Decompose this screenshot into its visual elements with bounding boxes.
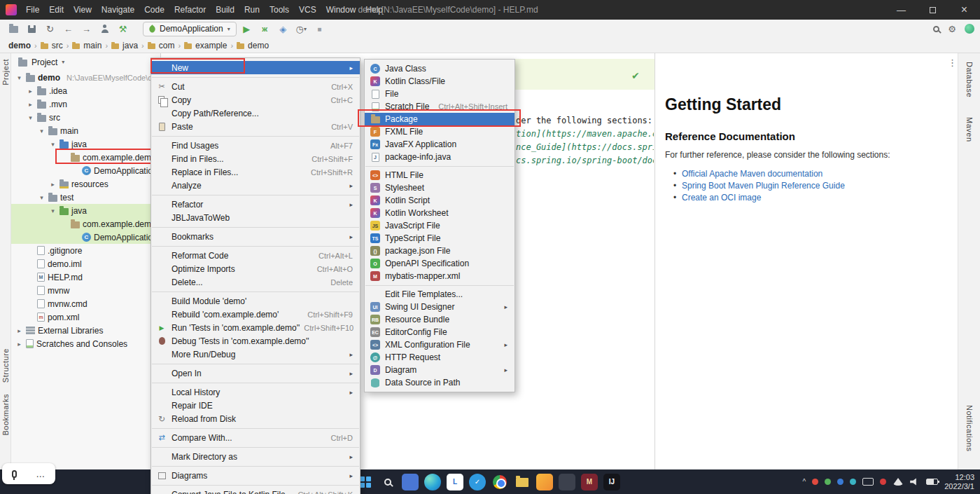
- menu-item-kotlin-script[interactable]: KKotlin Script: [365, 194, 514, 207]
- menu-item-stylesheet[interactable]: SStylesheet: [365, 181, 514, 194]
- chevron-down-icon[interactable]: ▾: [49, 207, 57, 214]
- breadcrumb-item-com[interactable]: com: [159, 41, 175, 50]
- tree-item-main[interactable]: ▾main: [11, 124, 160, 137]
- menu-code[interactable]: Code: [139, 5, 169, 15]
- menu-item-http-request[interactable]: @HTTP Request: [365, 351, 514, 364]
- menu-item-javafx-application[interactable]: FxJavaFX Application: [365, 138, 514, 151]
- tree-item-pom-xml[interactable]: mpom.xml: [11, 310, 160, 324]
- tree-item-com-example-demo[interactable]: com.example.demo: [11, 151, 160, 164]
- tree-item-mvnw[interactable]: mvnw: [11, 284, 160, 297]
- chevron-down-icon[interactable]: ▾: [49, 141, 57, 148]
- tool-stripe-project[interactable]: Project: [1, 59, 10, 85]
- tree-item-idea[interactable]: ▸.idea: [11, 84, 160, 97]
- menu-tools[interactable]: Tools: [265, 5, 294, 15]
- menu-item-package-json-file[interactable]: {}package.json File: [365, 245, 514, 257]
- menu-run[interactable]: Run: [239, 5, 265, 15]
- menu-view[interactable]: View: [69, 5, 97, 15]
- taskbar-edge-icon[interactable]: [424, 474, 441, 490]
- menu-item-mybatis-mapper-xml[interactable]: Mmybatis-mapper.xml: [365, 270, 514, 282]
- menu-item-compare-with[interactable]: ⇄Compare With...Ctrl+D: [151, 431, 360, 444]
- tree-item-resources[interactable]: ▸resources: [11, 177, 160, 191]
- tool-stripe-database[interactable]: Database: [965, 62, 974, 97]
- menu-item-analyze[interactable]: Analyze▸: [151, 179, 360, 192]
- menu-item-new[interactable]: New▸: [151, 61, 360, 74]
- menu-item-html-file[interactable]: <>HTML File: [365, 169, 514, 181]
- forward-icon[interactable]: →: [78, 21, 94, 36]
- taskbar-chrome-icon[interactable]: [491, 474, 508, 490]
- taskbar-capture-icon[interactable]: [559, 474, 575, 490]
- tray-green-icon[interactable]: [825, 479, 831, 485]
- menu-item-edit-file-templates[interactable]: Edit File Templates...: [365, 288, 514, 301]
- menu-item-local-history[interactable]: Local History▸: [151, 385, 360, 399]
- battery-icon[interactable]: [926, 479, 938, 485]
- menu-item-replace-in-files[interactable]: Replace in Files...Ctrl+Shift+R: [151, 165, 360, 179]
- tool-stripe-maven[interactable]: Maven: [965, 117, 974, 142]
- tree-item-java[interactable]: ▾java: [11, 137, 160, 151]
- minimize-button[interactable]: —: [886, 0, 917, 20]
- close-button[interactable]: ×: [948, 0, 980, 20]
- breadcrumb-item-example[interactable]: example: [195, 41, 227, 50]
- menu-item-typescript-file[interactable]: TSTypeScript File: [365, 232, 514, 245]
- chevron-right-icon[interactable]: ▸: [15, 327, 23, 334]
- menu-build[interactable]: Build: [211, 5, 239, 15]
- breadcrumb-item-main[interactable]: main: [83, 41, 102, 50]
- profiler-button[interactable]: ◷▾: [293, 21, 309, 36]
- menu-item-kotlin-worksheet[interactable]: KKotlin Worksheet: [365, 207, 514, 219]
- tray-red-icon[interactable]: [812, 479, 818, 485]
- tree-item-gitignore[interactable]: .gitignore: [11, 244, 160, 257]
- coverage-button[interactable]: ◈: [275, 21, 291, 36]
- menu-item-xml-configuration-file[interactable]: <>XML Configuration File▸: [365, 338, 514, 351]
- menu-item-rebuild-com-example-demo[interactable]: Rebuild 'com.example.demo'Ctrl+Shift+F9: [151, 308, 360, 321]
- chevron-down-icon[interactable]: ▾: [38, 128, 46, 135]
- run-button[interactable]: ▶: [239, 21, 255, 36]
- project-panel-header[interactable]: Project ▾: [11, 53, 160, 71]
- tool-stripe-bookmarks[interactable]: Bookmarks: [1, 394, 10, 436]
- menu-item-package-info-java[interactable]: Jpackage-info.java: [365, 151, 514, 163]
- taskbar-todo-icon[interactable]: ✓: [469, 474, 486, 490]
- code-with-me-icon[interactable]: [965, 24, 974, 34]
- tree-item-demo[interactable]: ▾demoN:\JavaEE\MyselfCode\demo: [11, 71, 160, 84]
- menu-window[interactable]: Window: [321, 5, 361, 15]
- menu-item-fxml-file[interactable]: FFXML File: [365, 125, 514, 138]
- menu-item-package[interactable]: Package: [365, 113, 514, 125]
- menu-item-diagram[interactable]: DDiagram▸: [365, 364, 514, 376]
- menu-item-file[interactable]: File: [365, 88, 514, 100]
- chevron-down-icon[interactable]: ▾: [27, 114, 34, 121]
- taskbar-idea-icon[interactable]: IJ: [603, 474, 620, 490]
- menu-item-refactor[interactable]: Refactor▸: [151, 198, 360, 211]
- menu-item-java-class[interactable]: CJava Class: [365, 62, 514, 75]
- run-configuration-selector[interactable]: DemoApplication ▾: [143, 22, 237, 36]
- open-project-icon[interactable]: [6, 21, 22, 36]
- menu-item-reload-from-disk[interactable]: ↻Reload from Disk: [151, 412, 360, 425]
- menu-item-open-in[interactable]: Open In▸: [151, 366, 360, 380]
- tree-item-src[interactable]: ▾src: [11, 111, 160, 124]
- menu-item-cut[interactable]: ✂CutCtrl+X: [151, 80, 360, 93]
- taskbar-explorer-icon[interactable]: [514, 474, 531, 490]
- menu-item-swing-ui-designer[interactable]: UISwing UI Designer▸: [365, 301, 514, 313]
- breadcrumb-item-java[interactable]: java: [122, 41, 138, 50]
- menu-item-copy-path-reference[interactable]: Copy Path/Reference...: [151, 107, 360, 120]
- menu-item-resource-bundle[interactable]: RBResource Bundle: [365, 313, 514, 326]
- preview-link-spring-boot-maven-plugin-reference-guide[interactable]: Spring Boot Maven Plugin Reference Guide: [673, 180, 845, 192]
- taskbar-search-icon[interactable]: [379, 474, 396, 490]
- preview-link-official-apache-maven-documentation[interactable]: Official Apache Maven documentation: [673, 168, 845, 180]
- tree-item-mvnw-cmd[interactable]: mvnw.cmd: [11, 297, 160, 310]
- build-icon[interactable]: ⚒: [115, 21, 131, 36]
- breadcrumb-item-demo[interactable]: demo: [248, 41, 269, 50]
- menu-item-scratch-file[interactable]: Scratch FileCtrl+Alt+Shift+Insert: [365, 100, 514, 113]
- menu-edit[interactable]: Edit: [44, 5, 69, 15]
- menu-item-kotlin-class-file[interactable]: KKotlin Class/File: [365, 75, 514, 88]
- tool-stripe-notifications[interactable]: Notifications: [965, 405, 974, 451]
- menu-item-editorconfig-file[interactable]: ECEditorConfig File: [365, 326, 514, 338]
- tray-expand-icon[interactable]: ^: [802, 478, 806, 486]
- menu-item-openapi-specification[interactable]: OOpenAPI Specification: [365, 257, 514, 270]
- sync-icon[interactable]: ↻: [42, 21, 58, 36]
- back-icon[interactable]: ←: [60, 21, 76, 36]
- menu-item-reformat-code[interactable]: Reformat CodeCtrl+Alt+L: [151, 249, 360, 262]
- menu-item-repair-ide[interactable]: Repair IDE: [151, 399, 360, 412]
- tree-item-demoapplication[interactable]: CDemoApplication: [11, 164, 160, 177]
- debug-button[interactable]: ж: [257, 21, 273, 36]
- taskbar-dict-icon[interactable]: [536, 474, 553, 490]
- record-icon[interactable]: [880, 479, 886, 485]
- more-options-label[interactable]: …: [36, 469, 46, 479]
